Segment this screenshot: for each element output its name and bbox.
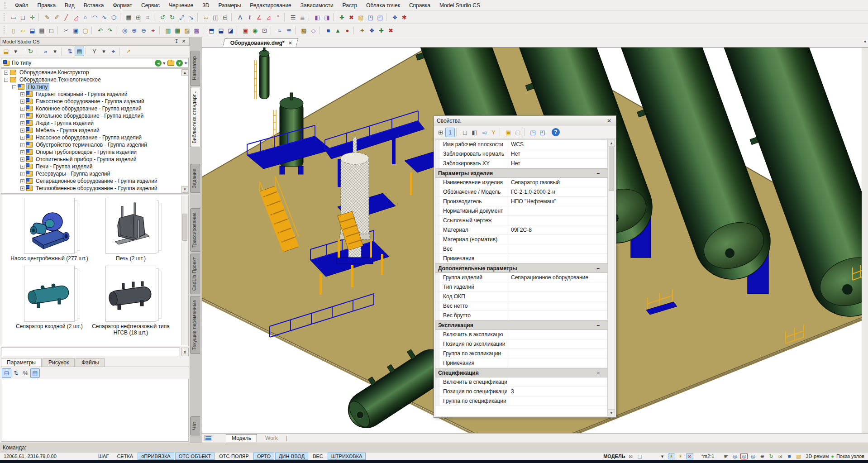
property-row[interactable]: Примечания xyxy=(435,254,607,263)
toolbar-icon[interactable]: ▦ xyxy=(173,26,182,35)
parameters-toolbar-icon[interactable]: ⇅ xyxy=(11,368,21,378)
library-toolbar-icon[interactable]: ↻ xyxy=(26,47,35,56)
property-value[interactable]: НПО "Нефтемаш" xyxy=(507,197,607,206)
menu-item[interactable]: Облака точек xyxy=(362,1,405,10)
property-row[interactable]: Имя рабочей плоскостиWCS xyxy=(435,140,607,149)
properties-toolbar-icon[interactable]: ▢ xyxy=(513,128,523,137)
status-toggle[interactable]: ДИН-ВВОД xyxy=(275,453,308,460)
tree-row[interactable]: +Гидрант пожарный - Группа изделий xyxy=(1,91,188,98)
side-tab[interactable]: Текущие переменные xyxy=(190,296,200,354)
property-value[interactable] xyxy=(507,206,607,215)
library-toolbar-icon[interactable]: ▾ xyxy=(50,47,60,56)
tree-row[interactable]: +Резервуары - Группа изделий xyxy=(1,170,188,177)
tree-row[interactable]: +Насосное оборудование - Группа изделий xyxy=(1,134,188,141)
toolbar-icon[interactable]: ° xyxy=(273,13,283,22)
toolbar-icon[interactable]: ❖ xyxy=(390,13,400,22)
collapse-section-icon[interactable]: − xyxy=(596,265,607,272)
menu-item[interactable]: Формат xyxy=(108,1,137,10)
toolbar-icon[interactable]: ▣ xyxy=(71,26,81,35)
toolbar-icon[interactable]: ≅ xyxy=(284,26,294,35)
toolbar-icon[interactable]: ▱ xyxy=(18,26,28,35)
document-tab[interactable]: Оборудование.dwg* ✕ xyxy=(223,38,299,47)
lighting-icon[interactable]: ⊘ xyxy=(686,453,693,459)
expand-toggle-icon[interactable]: − xyxy=(4,78,8,82)
command-line[interactable]: Команда: xyxy=(0,443,868,452)
property-section-header[interactable]: Параметры изделия− xyxy=(435,168,607,178)
thumbnail-image[interactable] xyxy=(105,198,156,254)
property-row[interactable]: Ссылочный чертеж xyxy=(435,216,607,225)
property-value[interactable] xyxy=(507,301,607,310)
expand-toggle-icon[interactable]: + xyxy=(20,186,24,191)
property-row[interactable]: Включить в экспликацю xyxy=(435,330,607,339)
toolbar-icon[interactable]: ⊡ xyxy=(260,26,269,35)
property-value[interactable] xyxy=(507,330,607,339)
properties-toolbar-icon[interactable]: 1 xyxy=(445,128,455,137)
property-row[interactable]: Вес брутто xyxy=(435,311,607,320)
navigation-icon[interactable]: ▧ xyxy=(795,453,802,459)
toolbar-icon[interactable]: ⊖ xyxy=(139,26,148,35)
toolbar-icon[interactable]: ▢ xyxy=(81,26,90,35)
model-space-label[interactable]: МОДЕЛЬ xyxy=(603,453,625,459)
property-row[interactable]: ПроизводительНПО "Нефтемаш" xyxy=(435,197,607,206)
close-icon[interactable]: ✕ xyxy=(605,118,613,124)
tree-row[interactable]: +Теплообменное оборудование - Группа изд… xyxy=(1,185,188,192)
library-panel-titlebar[interactable]: Model Studio CS ↧ ✕ xyxy=(0,37,190,46)
thumbnail-image[interactable] xyxy=(24,266,75,322)
tree-row[interactable]: −По типу xyxy=(1,83,188,91)
expand-toggle-icon[interactable]: + xyxy=(20,179,24,183)
menu-item[interactable]: Model Studio CS xyxy=(435,1,485,10)
toolbar-icon[interactable]: ❖ xyxy=(367,26,377,35)
property-section-header[interactable]: Экспликация− xyxy=(435,320,607,330)
menu-item[interactable]: Правка xyxy=(33,1,61,10)
toolbar-icon[interactable]: ⊕ xyxy=(129,26,139,35)
pin-icon[interactable]: ↧ xyxy=(173,38,180,44)
close-tab-icon[interactable]: ✕ xyxy=(288,40,292,46)
property-value[interactable]: 3 xyxy=(507,387,607,396)
property-value[interactable] xyxy=(507,292,607,301)
dock-tab-файлы[interactable]: Файлы xyxy=(76,358,105,367)
toolbar-icon[interactable]: ✖ xyxy=(347,13,356,22)
filter-value[interactable]: По типу xyxy=(12,60,154,66)
navigation-icon[interactable]: ■ xyxy=(786,453,793,459)
expand-toggle-icon[interactable]: + xyxy=(20,100,24,104)
property-value[interactable] xyxy=(507,235,607,244)
property-row[interactable]: Материал (норматив) xyxy=(435,235,607,244)
toolbar-icon[interactable]: ◉ xyxy=(250,26,260,35)
expand-toggle-icon[interactable]: + xyxy=(20,172,24,176)
toolbar-icon[interactable]: ↘ xyxy=(186,13,196,22)
toolbar-icon[interactable]: ◻ xyxy=(18,13,28,22)
toolbar-icon[interactable]: ◇ xyxy=(309,26,318,35)
toolbar-icon[interactable]: A xyxy=(235,13,245,22)
tree-row[interactable]: +Мебель - Группа изделий xyxy=(1,127,188,134)
status-toggle[interactable]: СЕТКА xyxy=(113,453,137,460)
library-toolbar-icon[interactable]: ⌖ xyxy=(109,47,118,56)
navigation-icon[interactable]: ◎ xyxy=(740,453,748,459)
property-value[interactable]: Сепаратор газовый xyxy=(507,178,607,187)
layout-tab[interactable]: Work xyxy=(260,434,283,442)
expand-toggle-icon[interactable]: + xyxy=(20,150,24,154)
mode-icon[interactable]: ▢ xyxy=(636,453,644,459)
library-toolbar-icon[interactable]: ▤ xyxy=(75,47,84,56)
help-icon[interactable]: ? xyxy=(552,128,560,136)
properties-titlebar[interactable]: Свойства ✕ xyxy=(434,116,616,126)
property-row[interactable]: Позиция по экспликации xyxy=(435,339,607,349)
menu-item[interactable]: Справка xyxy=(405,1,435,10)
toolbar-icon[interactable]: ✛ xyxy=(28,13,37,22)
expand-toggle-icon[interactable]: + xyxy=(20,107,24,111)
library-search-input[interactable] xyxy=(1,348,180,356)
thumbnail-scrollbar[interactable] xyxy=(181,196,188,345)
status-toggle[interactable]: ОРТО xyxy=(253,453,274,460)
side-tab[interactable]: Трассирование xyxy=(190,208,200,252)
properties-toolbar-icon[interactable]: ◧ xyxy=(470,128,479,137)
property-value[interactable] xyxy=(507,216,607,225)
toolbar-icon[interactable]: ∠ xyxy=(254,13,264,22)
navigation-icon[interactable]: ◎ xyxy=(749,453,757,459)
equipment-tree[interactable]: +Оборудование.Конструктор−Оборудование.Т… xyxy=(1,68,189,194)
properties-grid[interactable]: Имя рабочей плоскостиWCSЗаблокировать но… xyxy=(435,139,608,416)
property-value[interactable] xyxy=(507,349,607,358)
scroll-down-icon[interactable]: ▼ xyxy=(608,409,615,416)
thumbnail-separator-ngsv[interactable]: Сепаратор нефтегазовый типа НГСВ (18 шт.… xyxy=(90,266,172,336)
property-value[interactable] xyxy=(507,244,607,253)
toolbar-icon[interactable]: ◿ xyxy=(71,13,81,22)
property-value[interactable]: Нет xyxy=(507,159,607,168)
